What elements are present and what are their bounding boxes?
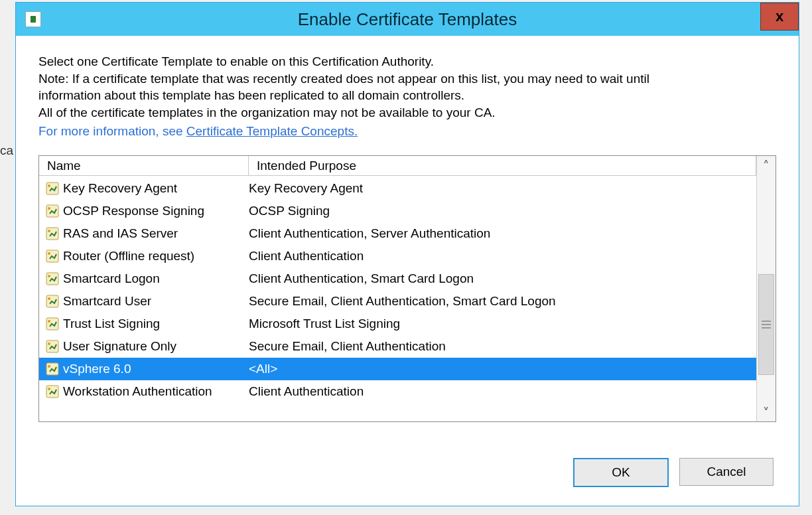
template-name: vSphere 6.0 — [63, 362, 249, 376]
help-link-line: For more information, see Certificate Te… — [38, 123, 776, 140]
window-title: Enable Certificate Templates — [16, 9, 799, 30]
certificate-template-icon — [46, 204, 59, 218]
cancel-button[interactable]: Cancel — [679, 458, 774, 486]
scroll-grip-icon — [762, 321, 771, 329]
svg-point-15 — [48, 342, 50, 345]
template-list: Name Intended Purpose Key Recovery Agent… — [38, 155, 776, 422]
app-icon — [25, 11, 41, 27]
template-purpose: Client Authentication, Smart Card Logon — [249, 271, 474, 286]
svg-point-11 — [48, 297, 50, 300]
template-name: OCSP Response Signing — [63, 204, 249, 218]
intro-line: Select one Certificate Template to enabl… — [38, 53, 776, 70]
svg-point-17 — [48, 365, 50, 368]
scroll-down-button[interactable]: ˅ — [757, 403, 776, 421]
svg-point-1 — [48, 184, 50, 187]
template-purpose: Key Recovery Agent — [249, 181, 363, 196]
column-headers: Name Intended Purpose — [39, 156, 756, 176]
svg-point-19 — [48, 388, 50, 390]
table-row[interactable]: User Signature OnlySecure Email, Client … — [39, 335, 756, 358]
template-purpose: Client Authentication — [249, 249, 364, 263]
template-rows: Key Recovery AgentKey Recovery Agent OCS… — [39, 176, 756, 403]
certificate-template-icon — [46, 182, 59, 195]
titlebar[interactable]: Enable Certificate Templates x — [16, 3, 799, 36]
certificate-template-icon — [46, 295, 59, 308]
template-name: Key Recovery Agent — [63, 181, 249, 196]
vertical-scrollbar[interactable]: ˄ ˅ — [756, 156, 776, 421]
table-row[interactable]: Trust List SigningMicrosoft Trust List S… — [39, 313, 756, 335]
dialog-button-bar: OK Cancel — [573, 458, 774, 487]
svg-point-13 — [48, 320, 50, 323]
certificate-template-icon — [46, 317, 59, 331]
scroll-thumb[interactable] — [758, 274, 774, 375]
help-link-prefix: For more information, see — [38, 124, 186, 138]
template-purpose: Client Authentication, Server Authentica… — [249, 226, 490, 241]
column-header-name[interactable]: Name — [39, 156, 249, 176]
template-purpose: <All> — [249, 362, 277, 376]
certificate-template-icon — [46, 340, 59, 353]
table-row[interactable]: Router (Offline request)Client Authentic… — [39, 245, 756, 267]
template-name: User Signature Only — [63, 339, 249, 354]
intro-line: All of the certificate templates in the … — [38, 104, 776, 121]
template-name: Smartcard Logon — [63, 271, 249, 286]
template-purpose: Secure Email, Client Authentication, Sma… — [249, 294, 556, 309]
certificate-template-icon — [46, 385, 59, 398]
certificate-template-icon — [46, 227, 59, 240]
background-fragment: ca — [0, 143, 13, 158]
table-row[interactable]: Workstation AuthenticationClient Authent… — [39, 380, 756, 403]
help-link[interactable]: Certificate Template Concepts. — [186, 124, 358, 138]
intro-line: information about this template has been… — [38, 87, 776, 104]
scroll-up-button[interactable]: ˄ — [757, 156, 776, 175]
certificate-template-icon — [46, 250, 59, 263]
intro-text: Select one Certificate Template to enabl… — [38, 53, 776, 139]
scroll-track[interactable] — [757, 175, 776, 403]
column-header-purpose[interactable]: Intended Purpose — [249, 156, 756, 176]
template-purpose: Client Authentication — [249, 384, 364, 399]
ok-button[interactable]: OK — [573, 458, 669, 487]
template-purpose: OCSP Signing — [249, 204, 330, 218]
svg-point-5 — [48, 230, 50, 232]
svg-point-9 — [48, 275, 50, 277]
template-name: Trust List Signing — [63, 317, 249, 331]
svg-point-3 — [48, 207, 50, 210]
template-name: RAS and IAS Server — [63, 226, 249, 241]
table-row[interactable]: OCSP Response SigningOCSP Signing — [39, 200, 756, 222]
certificate-template-icon — [46, 362, 59, 376]
intro-line: Note: If a certificate template that was… — [38, 70, 776, 88]
template-name: Workstation Authentication — [63, 384, 249, 399]
certificate-template-icon — [46, 272, 59, 285]
close-button[interactable]: x — [760, 3, 799, 31]
table-row[interactable]: Smartcard UserSecure Email, Client Authe… — [39, 290, 756, 313]
template-name: Smartcard User — [63, 294, 249, 309]
template-purpose: Microsoft Trust List Signing — [249, 317, 400, 331]
table-row[interactable]: RAS and IAS ServerClient Authentication,… — [39, 222, 756, 245]
table-row[interactable]: Smartcard LogonClient Authentication, Sm… — [39, 267, 756, 290]
svg-point-7 — [48, 252, 50, 255]
dialog-body: Select one Certificate Template to enabl… — [21, 36, 793, 500]
table-row[interactable]: Key Recovery AgentKey Recovery Agent — [39, 177, 756, 200]
template-name: Router (Offline request) — [63, 249, 249, 263]
template-purpose: Secure Email, Client Authentication — [249, 339, 446, 354]
table-row[interactable]: vSphere 6.0<All> — [39, 358, 756, 380]
dialog-window: Enable Certificate Templates x Select on… — [15, 2, 799, 506]
